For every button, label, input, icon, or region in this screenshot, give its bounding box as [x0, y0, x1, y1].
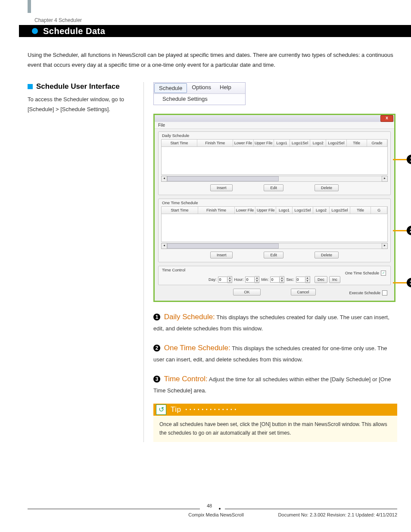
callout-badge-2: 2	[407, 226, 411, 235]
label-day: Day:	[209, 277, 217, 282]
explain-timecontrol: 3 Time Control: Adjust the time for all …	[153, 373, 397, 396]
group-label-timecontrol: Time Control	[161, 268, 186, 272]
daily-list-area[interactable]	[161, 147, 388, 175]
callout-line-3	[393, 282, 408, 283]
onetime-insert-button[interactable]: Insert	[210, 252, 233, 258]
ok-button[interactable]: OK	[233, 289, 260, 296]
col-logo2: Logo2	[313, 207, 330, 214]
group-label-daily: Daily Schedule	[161, 133, 190, 138]
input-day[interactable]	[218, 277, 227, 283]
menu-snippet: Schedule Options Help Schedule Settings	[153, 82, 246, 105]
onetime-columns: Start Time Finish Time Lower File Upper …	[161, 206, 388, 214]
col-logo1: Logo1	[274, 140, 290, 146]
footer-product: Compix Media NewsScroll	[188, 512, 243, 517]
daily-edit-button[interactable]: Edit	[264, 184, 283, 191]
spinner-min[interactable]: ▲▼	[280, 276, 284, 283]
col-logo2sel: Logo2Sel	[330, 207, 350, 214]
col-start-time: Start Time	[162, 140, 197, 146]
tip-label: Tip	[171, 405, 181, 414]
tip-icon: ↺	[156, 404, 166, 415]
badge-1: 1	[153, 314, 160, 320]
col-start-time: Start Time	[162, 207, 198, 214]
page-footer: 48 Compix Media NewsScroll Document No: …	[28, 506, 397, 517]
col-title: Title	[347, 140, 367, 146]
col-finish-time: Finish Time	[198, 207, 235, 214]
col-lower-file: Lower File	[235, 207, 255, 214]
label-hour: Hour:	[234, 277, 243, 282]
daily-columns: Start Time Finish Time Lower File Upper …	[161, 139, 388, 147]
callout-line-2	[393, 230, 408, 231]
onetime-edit-button[interactable]: Edit	[264, 252, 283, 258]
tip-box: ↺ Tip ••••••••••••• Once all schedules h…	[153, 404, 397, 442]
onetime-delete-button[interactable]: Delete	[314, 252, 339, 258]
badge-3: 3	[153, 376, 160, 383]
scroll-right-icon[interactable]: ▸	[382, 176, 388, 182]
daily-scrollbar[interactable]: ◂ ▸	[161, 176, 388, 182]
window-titlebar: x	[155, 115, 394, 122]
dec-button[interactable]: Dec	[314, 276, 327, 283]
top-tab-mark	[28, 0, 31, 13]
section-heading: Schedule User Interface	[36, 82, 120, 91]
callout-line-1	[393, 159, 408, 160]
col-logo1sel: Logo1Sel	[290, 140, 310, 146]
intro-paragraph: Using the Scheduler, all functions in Ne…	[28, 50, 397, 70]
callout-badge-1: 1	[407, 155, 411, 164]
daily-insert-button[interactable]: Insert	[210, 184, 233, 191]
col-logo1sel: Logo1Sel	[293, 207, 313, 214]
group-onetime-schedule: One Time Schedule Start Time Finish Time…	[158, 199, 391, 262]
title-bar: Schedule Data	[19, 25, 411, 37]
title-bullet-icon	[32, 28, 38, 34]
scroll-right-icon[interactable]: ▸	[382, 243, 388, 249]
badge-2: 2	[153, 345, 160, 352]
input-min[interactable]	[270, 277, 280, 283]
col-logo2: Logo2	[310, 140, 326, 146]
input-hour[interactable]	[245, 277, 255, 283]
onetime-list-area[interactable]	[161, 214, 388, 242]
onetime-checkbox[interactable]: ✓	[381, 271, 386, 276]
close-icon[interactable]: x	[380, 115, 393, 122]
explain-daily: 1 Daily Schedule: This displays the sche…	[153, 311, 397, 334]
col-finish-time: Finish Time	[197, 140, 233, 146]
group-time-control: Time Control One Time Schedule ✓ Day: ▲▼…	[158, 266, 391, 285]
label-min: Min:	[261, 277, 268, 282]
tip-dots-icon: •••••••••••••	[186, 407, 239, 412]
term-onetime: One Time Schedule:	[162, 344, 230, 352]
group-label-onetime: One Time Schedule	[161, 200, 199, 205]
col-logo1: Logo1	[276, 207, 293, 214]
footer-dot-icon	[219, 508, 221, 510]
menu-schedule[interactable]: Schedule	[154, 83, 187, 93]
daily-delete-button[interactable]: Delete	[314, 184, 339, 191]
onetime-checkbox-label: One Time Schedule	[345, 271, 379, 275]
spinner-day[interactable]: ▲▼	[227, 276, 232, 283]
col-lower-file: Lower File	[233, 140, 253, 146]
menu-item-schedule-settings[interactable]: Schedule Settings	[154, 94, 245, 105]
label-sec: Sec:	[286, 277, 294, 282]
scheduler-window: x File Daily Schedule Start Time Finish …	[153, 114, 395, 302]
callout-badge-3: 3	[407, 278, 411, 287]
onetime-scrollbar[interactable]: ◂ ▸	[161, 243, 388, 249]
menu-options[interactable]: Options	[187, 83, 215, 93]
input-sec[interactable]	[296, 277, 305, 283]
scroll-left-icon[interactable]: ◂	[161, 243, 167, 249]
cancel-button[interactable]: Cancel	[291, 289, 316, 296]
execute-checkbox[interactable]: ✓	[382, 290, 387, 296]
col-grade: G	[371, 207, 387, 214]
page-title: Schedule Data	[43, 26, 105, 36]
spinner-hour[interactable]: ▲▼	[255, 276, 259, 283]
scroll-left-icon[interactable]: ◂	[161, 176, 167, 182]
section-body: To access the Scheduler window, go to [S…	[28, 94, 138, 115]
inc-button[interactable]: Inc	[329, 276, 340, 283]
term-timecontrol: Time Control:	[162, 375, 208, 383]
col-upper-file: Upper File	[254, 140, 274, 146]
window-file-menu[interactable]: File	[155, 122, 394, 129]
term-daily: Daily Schedule:	[162, 313, 215, 321]
tip-body: Once all schedules have been set, click …	[153, 416, 397, 442]
footer-docinfo: Document No: 2.3.002 Revision: 2.1 Updat…	[278, 512, 397, 517]
chapter-label: Chapter 4 Scheduler	[34, 17, 397, 23]
spinner-sec[interactable]: ▲▼	[305, 276, 310, 283]
group-daily-schedule: Daily Schedule Start Time Finish Time Lo…	[158, 131, 391, 195]
col-title: Title	[350, 207, 371, 214]
execute-schedule-label: Execute Schedule	[349, 291, 380, 295]
col-upper-file: Upper File	[255, 207, 276, 214]
menu-help[interactable]: Help	[215, 83, 236, 93]
